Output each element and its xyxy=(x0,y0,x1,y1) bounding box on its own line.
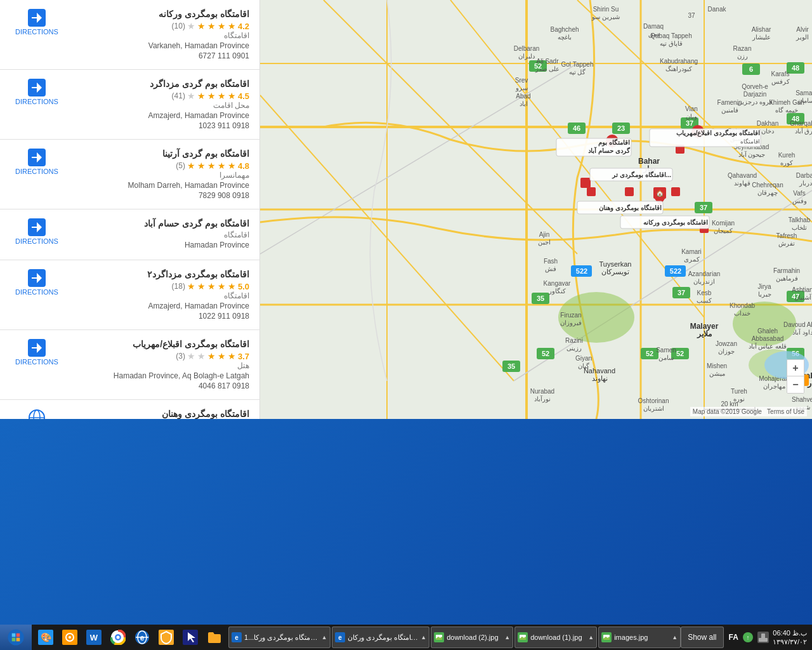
window-3-label: download (2).jpg xyxy=(447,633,502,641)
svg-text:522: 522 xyxy=(670,267,681,275)
app-chrome[interactable] xyxy=(107,626,129,649)
svg-text:522: 522 xyxy=(576,267,587,275)
svg-text:Samen: Samen xyxy=(656,347,676,354)
app-security[interactable] xyxy=(155,626,178,649)
window-3-arrow[interactable]: ▲ xyxy=(504,634,510,640)
svg-text:Tuyserkan: Tuyserkan xyxy=(599,260,632,268)
window-1-arrow[interactable]: ▲ xyxy=(322,634,327,640)
taskbar-window-1[interactable]: e اقامتگاه بومگردی ورکا...1....ht... ▲ xyxy=(228,627,331,648)
app-media[interactable] xyxy=(58,626,81,649)
svg-text:کنگاور: کنگاور xyxy=(548,288,566,295)
tray-time: 06:40 ب.ظ ۱۳۹۷/۳۷/۰۲ xyxy=(773,628,807,647)
map-container[interactable]: 46 23 37 37 37 52 52 35 35 52 xyxy=(260,0,812,419)
svg-text:قاپاق تپه: قاپاق تپه xyxy=(660,40,683,48)
svg-text:W: W xyxy=(90,633,98,642)
word-icon: W xyxy=(86,630,102,645)
zoom-in-button[interactable]: + xyxy=(787,360,804,376)
svg-text:🎨: 🎨 xyxy=(41,632,52,643)
svg-text:37: 37 xyxy=(678,289,685,296)
taskbar: 🎨 W xyxy=(0,625,812,650)
taskbar-window-3[interactable]: download (2).jpg ▲ xyxy=(431,627,513,648)
svg-text:35: 35 xyxy=(537,295,544,302)
svg-text:Firuzan: Firuzan xyxy=(560,312,581,319)
window-2-arrow[interactable]: ▲ xyxy=(421,634,426,640)
svg-text:Jowzan: Jowzan xyxy=(716,340,737,347)
window-5-arrow[interactable]: ▲ xyxy=(672,634,678,640)
show-all-button[interactable]: Show all xyxy=(681,627,723,648)
taskbar-window-4[interactable]: download (1).jpg ▲ xyxy=(514,627,597,648)
svg-text:اباد: اباد xyxy=(520,100,528,107)
svg-text:اقامتگاه بومگردی اقبلاع/مهریاب: اقامتگاه بومگردی اقبلاع/مهریاب xyxy=(676,129,760,137)
directions-button-3[interactable]: DIRECTIONS xyxy=(15,149,58,175)
svg-text:کبودراهنگ: کبودراهنگ xyxy=(665,65,692,73)
chrome-icon xyxy=(110,630,126,645)
svg-text:e: e xyxy=(140,633,145,642)
svg-text:Qabaq Tappeh: Qabaq Tappeh xyxy=(650,32,691,39)
svg-text:Qahavand: Qahavand xyxy=(728,172,757,179)
place-phone-5: 0918 911 1022 xyxy=(58,312,249,321)
svg-text:52: 52 xyxy=(646,350,653,357)
taskbar-window-5[interactable]: images.jpg ▲ xyxy=(598,627,681,648)
svg-rect-211 xyxy=(580,178,591,188)
window-4-arrow[interactable]: ▲ xyxy=(588,634,594,640)
image-file-2-icon xyxy=(518,632,528,642)
image-file-icon xyxy=(434,632,444,642)
directions-button-4[interactable]: DIRECTIONS xyxy=(15,218,58,245)
taskbar-tray: FA ↑ 06:40 ب.ظ ۱۳۹۷/۳۷/۰۲ xyxy=(724,625,812,650)
window-1-label: اقامتگاه بومگردی ورکا...1....ht... xyxy=(244,633,319,642)
app-paint[interactable]: 🎨 xyxy=(34,626,57,649)
zoom-out-button[interactable]: − xyxy=(787,376,804,393)
svg-text:رزن: رزن xyxy=(737,53,748,60)
svg-rect-236 xyxy=(12,638,16,642)
svg-text:Gharqabad: Gharqabad xyxy=(790,120,812,127)
svg-text:وفس: وفس xyxy=(792,197,807,205)
directions-button-1[interactable]: DIRECTIONS xyxy=(15,9,58,36)
app-cursor[interactable] xyxy=(179,626,202,649)
place-info-3: اقامتگاه بوم گردی آرتینا 4.8 ★★★★★ (5) م… xyxy=(58,149,249,200)
place-address-5: Amzajerd, Hamadan Province xyxy=(58,302,249,310)
place-name-5: اقامتگاه بومگردی مزداگرد۲ xyxy=(58,269,249,279)
svg-text:گل تپه: گل تپه xyxy=(569,69,586,76)
taskbar-window-2[interactable]: e اقامتگاه بومگردی ورکان....ht... ▲ xyxy=(332,627,430,648)
svg-text:اقامتگاه بومگردی وهنان: اقامتگاه بومگردی وهنان xyxy=(599,204,662,212)
svg-text:Nahavand: Nahavand xyxy=(584,367,615,375)
svg-text:Gol Tappeh: Gol Tappeh xyxy=(561,61,594,68)
svg-text:Kureh: Kureh xyxy=(778,152,796,159)
svg-text:Alishar: Alishar xyxy=(752,26,771,33)
svg-text:فامنین: فامنین xyxy=(721,107,738,114)
start-button[interactable] xyxy=(0,625,32,650)
svg-text:Khondab: Khondab xyxy=(730,302,755,309)
security-icon xyxy=(159,630,174,645)
svg-text:جیریا: جیریا xyxy=(758,291,771,298)
svg-text:Kabudrahang: Kabudrahang xyxy=(660,58,698,65)
directions-button-5[interactable]: DIRECTIONS xyxy=(15,269,58,296)
places-panel: اقامتگاه بومگردی ورکانه 4.2 ★★★★★ (10) ا… xyxy=(0,0,260,419)
svg-text:46: 46 xyxy=(573,124,580,132)
app-ie[interactable]: e xyxy=(131,626,154,649)
place-actions-1: DIRECTIONS xyxy=(10,9,58,36)
network-icon: ↑ xyxy=(742,632,754,643)
directions-button-6[interactable]: DIRECTIONS xyxy=(15,339,58,366)
place-card-3: اقامتگاه بوم گردی آرتینا 4.8 ★★★★★ (5) م… xyxy=(0,140,259,209)
svg-rect-270 xyxy=(761,633,765,639)
windows-logo-icon xyxy=(7,628,25,646)
svg-rect-235 xyxy=(16,633,20,637)
place-type-4: اقامتگاه xyxy=(58,230,249,239)
svg-text:تلخاب: تلخاب xyxy=(792,224,807,231)
svg-text:میشن: میشن xyxy=(709,370,725,378)
place-name-4: اقامتگاه بوم گردی حسام آباد xyxy=(58,218,249,229)
svg-text:کرفس: کرفس xyxy=(771,78,790,86)
svg-text:Darbar: Darbar xyxy=(796,172,812,179)
website-button-7[interactable]: WEBSITE xyxy=(21,409,53,419)
svg-text:رزینی: رزینی xyxy=(566,345,582,352)
svg-text:Alvir: Alvir xyxy=(796,26,809,33)
app-folder[interactable] xyxy=(203,626,226,649)
svg-text:Oshtorinan: Oshtorinan xyxy=(638,397,669,404)
app-word[interactable]: W xyxy=(82,626,105,649)
directions-button-2[interactable]: DIRECTIONS xyxy=(15,79,58,105)
window-4-label: download (1).jpg xyxy=(530,633,586,641)
place-info-6: اقامتگاه بومگردی اقبلاع/مهریاب 3.7 ★★★★★… xyxy=(58,339,249,390)
svg-text:غرق آباد: غرق آباد xyxy=(795,127,812,135)
place-type-6: هتل xyxy=(58,361,249,370)
svg-text:داود آباد: داود آباد xyxy=(792,328,812,336)
